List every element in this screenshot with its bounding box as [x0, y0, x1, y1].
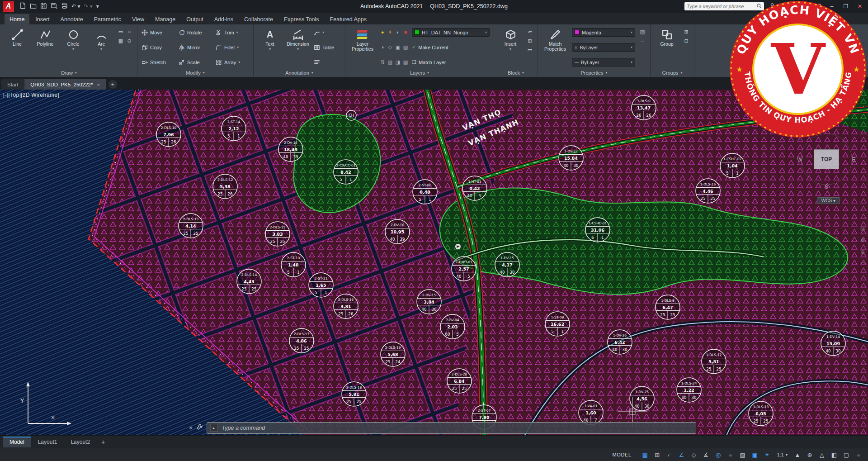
draw-tool-icon-3[interactable]: ▦ [117, 38, 124, 46]
table-button[interactable]: Table [314, 43, 341, 52]
model-space-toggle[interactable]: MODEL [608, 451, 636, 459]
groups-tool-icon-2[interactable]: ⊟ [683, 38, 690, 46]
parcel-label[interactable]: 2-BV-042,03605 [440, 314, 465, 339]
ribbon-tab-annotate[interactable]: Annotate [56, 14, 88, 24]
scale-button[interactable]: Scale [179, 58, 212, 67]
parcel-label[interactable]: 2-DLS-125,382526 [213, 174, 237, 199]
layer-tool-icon[interactable]: ● [379, 29, 386, 35]
modify-panel-footer[interactable]: Modify▾ [137, 68, 253, 77]
stretch-button[interactable]: Stretch [142, 58, 175, 67]
parcel-label[interactable]: 2-DLS-163,812526 [334, 294, 358, 318]
viewcube-south[interactable]: S [825, 183, 829, 190]
properties-panel-footer[interactable]: Properties▾ [538, 68, 650, 77]
draw-tool-icon-1[interactable]: ▭ [117, 29, 124, 37]
pan-icon[interactable]: ✥ [860, 237, 865, 243]
isodraft-icon[interactable]: ◇ [689, 450, 699, 460]
object-snap-icon[interactable]: ◎ [713, 450, 724, 460]
annotation-panel-footer[interactable]: Annotation▾ [254, 68, 345, 77]
close-file-tab-icon[interactable]: × [97, 82, 99, 87]
layout-tab-model[interactable]: Model [3, 437, 31, 447]
annotation-monitor-icon[interactable]: △ [816, 450, 827, 460]
fillet-button[interactable]: Fillet▾ [216, 43, 249, 52]
ribbon-tab-add-ins[interactable]: Add-ins [209, 14, 238, 24]
parcel-label[interactable]: 2-ST-142,1251 [222, 116, 246, 141]
viewport-controls[interactable]: [-][Top][2D Wireframe] [3, 92, 59, 98]
parcel-label[interactable]: 1-DV-254,564030 [630, 386, 654, 411]
model-space-map[interactable]: VẠN THỌVẠN THẠNH 2-DLS-107,9625262-ST-14… [0, 90, 868, 435]
parcel-label[interactable]: 2-DLS-195,682524 [381, 342, 405, 366]
text-button[interactable]: A Text ▾ [258, 27, 282, 68]
layers-panel-footer[interactable]: Layers▾ [345, 68, 494, 77]
draw-tool-icon-4[interactable]: ⊙ [126, 38, 133, 46]
block-tool-icon-1[interactable]: ▱ [526, 29, 533, 37]
parcel-label[interactable]: 2-CX/CC-018,4251 [334, 160, 358, 184]
parcel-label[interactable]: 2-DV-153,844030 [417, 290, 441, 314]
parcel-label[interactable]: 2-THPT-012,57405 [452, 257, 476, 281]
parcel-label[interactable]: 2-ST-101,4851 [281, 252, 306, 277]
properties-tool-icon-1[interactable]: ▤ [639, 29, 646, 37]
annotation-visibility-icon[interactable]: ▲ [792, 450, 803, 460]
parcel-label[interactable]: 1-HT-010,42403 [462, 176, 487, 200]
orbit-icon[interactable]: ◠ [860, 261, 865, 267]
parcel-label[interactable]: 2-DLS-144,432525 [237, 269, 261, 294]
ribbon-tab-collaborate[interactable]: Collaborate [239, 14, 278, 24]
annotation-scale-dropdown[interactable]: 1:1▾ [774, 452, 791, 457]
draw-tool-icon-2[interactable]: ○ [126, 29, 133, 37]
zoom-icon[interactable]: ⊕ [860, 249, 865, 255]
file-tab[interactable]: Start [1, 79, 24, 90]
leader-button[interactable]: ▾ [314, 28, 341, 37]
group-button[interactable]: Group [655, 27, 679, 68]
layer-tool-icon[interactable]: ◨ [395, 59, 401, 65]
block-tool-icon-2[interactable]: ⊞ [526, 38, 533, 46]
selection-cycling-icon[interactable]: ▣ [750, 450, 760, 460]
layer-tool-icon[interactable]: ■ [402, 29, 409, 35]
parcel-label[interactable]: 2-DLS-134,142525 [179, 214, 203, 238]
plot-icon[interactable] [61, 2, 68, 11]
line-button[interactable]: Line [5, 27, 29, 68]
file-tab[interactable]: QH03_SDD_PK5_250222*× [24, 79, 106, 90]
lineweight-icon[interactable]: ≡ [725, 450, 736, 460]
transparency-icon[interactable]: ▨ [737, 450, 748, 460]
viewcube[interactable]: W TOP E S [798, 131, 854, 187]
parcel-label[interactable]: 1-DLS-164,462525 [696, 179, 720, 203]
command-close-icon[interactable]: × [189, 424, 193, 431]
draw-panel-footer[interactable]: Draw▾ [1, 68, 137, 77]
layout-tab-layout2[interactable]: Layout2 [64, 437, 96, 447]
open-file-icon[interactable] [30, 2, 37, 11]
parcel-label[interactable]: 2-DLS-174,862525 [289, 328, 314, 353]
viewcube-east[interactable]: E [852, 156, 856, 163]
layer-tool-icon[interactable]: ▣ [395, 44, 401, 50]
arc-button[interactable]: Arc ▾ [89, 27, 113, 68]
parcel-label[interactable]: 1-CSHC-021,0451 [720, 153, 745, 178]
parcel-label[interactable]: 1-DV-154,174030 [495, 252, 519, 277]
linetype-dropdown[interactable]: — ByLayer ▾ [572, 58, 635, 67]
insert-button[interactable]: Insert ▾ [498, 27, 523, 68]
layer-tool-icon[interactable]: ▤ [402, 59, 409, 65]
units-icon[interactable]: ◧ [829, 450, 840, 460]
parcel-label[interactable]: 2-DV-1418,494039 [278, 137, 303, 162]
new-file-icon[interactable] [19, 2, 26, 11]
save-icon[interactable] [40, 2, 47, 11]
customize-icon[interactable]: ≡ [853, 450, 864, 460]
ribbon-tab-home[interactable]: Home [5, 14, 29, 24]
parcel-label[interactable]: 1-CSHC-0131,0661 [585, 218, 610, 242]
parcel-label[interactable]: 2-DV-1610,954039 [385, 219, 410, 244]
viewcube-west[interactable]: W [797, 156, 802, 163]
layer-tool-icon[interactable]: ▥ [387, 59, 393, 65]
array-button[interactable]: Array▾ [216, 58, 249, 67]
redo-icon[interactable]: ↷ ▾ [84, 3, 92, 10]
parcel-label[interactable]: 2-DLS-185,812525 [342, 382, 366, 406]
parcel-label[interactable]: 1-ST-0916,6251 [545, 312, 570, 336]
parcel-label[interactable]: 1-DLS-125,812525 [702, 349, 726, 374]
match-properties-button[interactable]: Match Properties [542, 27, 568, 68]
command-input[interactable]: ▸ Type a command [207, 422, 696, 434]
properties-tool-icon-2[interactable]: ≡ [639, 38, 646, 46]
block-tool-icon-3[interactable]: ▭ [526, 47, 533, 55]
dynamic-input-icon[interactable]: ⌖ [762, 450, 773, 460]
ribbon-tab-featured-apps[interactable]: Featured Apps [325, 14, 372, 24]
layer-tool-icon[interactable]: ◇ [387, 44, 393, 50]
parcel-label[interactable]: 2-ST-111,6551 [309, 273, 333, 297]
block-panel-footer[interactable]: Block▾ [494, 68, 538, 77]
groups-tool-icon-1[interactable]: ⊞ [683, 29, 690, 37]
object-color-dropdown[interactable]: Magenta ▾ [572, 28, 635, 37]
